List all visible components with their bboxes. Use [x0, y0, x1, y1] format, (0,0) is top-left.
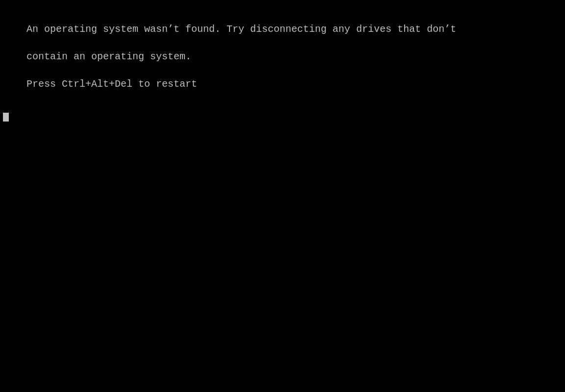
- error-line-1: An operating system wasn’t found. Try di…: [26, 24, 456, 35]
- restart-prompt: Press Ctrl+Alt+Del to restart: [26, 78, 197, 90]
- error-message: An operating system wasn’t found. Try di…: [3, 9, 562, 105]
- bios-error-screen: An operating system wasn’t found. Try di…: [0, 0, 565, 392]
- error-line-2: contain an operating system.: [26, 51, 191, 62]
- blinking-cursor: [3, 113, 9, 122]
- cursor-line: [3, 108, 562, 122]
